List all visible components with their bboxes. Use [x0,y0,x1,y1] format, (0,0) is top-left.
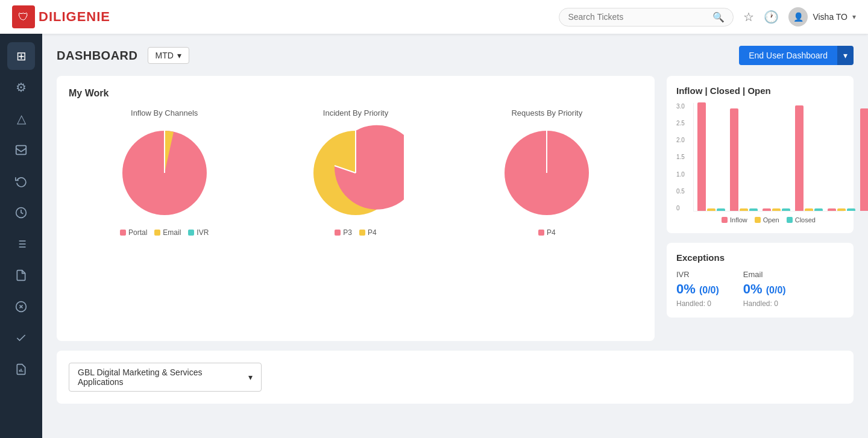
main-content: DASHBOARD MTD ▾ End User Dashboard ▾ My … [42,34,868,438]
incident-by-priority-label: Incident By Priority [323,108,388,117]
search-box[interactable]: 🔍 [559,8,734,27]
requests-pie-chart [498,125,595,221]
star-icon[interactable]: ☆ [743,10,754,24]
exc-ivr-handled: Handled: 0 [676,299,719,308]
end-user-dashboard-button[interactable]: End User Dashboard ▾ [739,46,854,65]
end-user-btn-main[interactable]: End User Dashboard [739,46,837,65]
period-selector[interactable]: MTD ▾ [148,47,189,64]
sidebar-item-settings[interactable]: ⚙ [7,74,35,101]
right-panel: Inflow | Closed | Open 3.0 2.5 2.0 1.5 1… [667,76,854,341]
logo-shield-icon: 🛡 [18,11,29,23]
inflow-chart-title: Inflow | Closed | Open [676,86,844,96]
chevron-down-icon: ▾ [852,13,856,21]
inflow-by-channels-chart: Inflow By Channels Port [116,108,213,237]
my-work-title: My Work [69,88,643,99]
exc-ivr-pct: 0% (0/0) [676,281,719,297]
exc-email: Email 0% (0/0) Handled: 0 [743,270,786,308]
legend-p3: P3 [335,228,352,237]
my-work-card: My Work Inflow By Channels [57,76,655,341]
legend-p4-requests: P4 [538,228,556,237]
logo: 🛡 DILIGENIE [12,5,110,28]
bar-open-5 [837,208,846,211]
sidebar-item-clock[interactable] [7,199,35,227]
end-user-btn-arrow[interactable]: ▾ [837,46,854,65]
bar-group-5 [828,208,855,211]
bar-inflow-5 [828,208,836,211]
incident-priority-legend: P3 P4 [335,228,376,237]
exc-email-channel: Email [743,270,786,279]
bar-inflow-3 [763,208,771,211]
legend-p4-incident: P4 [359,228,377,237]
bar-closed-1 [717,208,725,211]
application-dropdown[interactable]: GBL Digital Marketing & Services Applica… [69,363,262,392]
sidebar-item-list[interactable] [7,230,35,258]
bar-closed-3 [782,208,790,211]
requests-priority-legend: P4 [538,228,556,237]
layout: ⊞ ⚙ △ DASHBOARD [0,34,868,438]
exceptions-row: IVR 0% (0/0) Handled: 0 Email 0% (0/0 [676,270,844,308]
incident-pie-chart [307,125,404,221]
y-label-25: 2.5 [676,120,685,127]
requests-by-priority-chart: Requests By Priority P4 [498,108,595,237]
bar-group-2 [730,108,758,211]
sidebar-item-alert[interactable]: △ [7,105,35,133]
bar-group-1 [697,102,725,211]
requests-by-priority-label: Requests By Priority [511,108,582,117]
legend-ivr: IVR [188,228,209,237]
y-label-10: 1.0 [676,171,685,178]
bar-chart-container: 3.0 2.5 2.0 1.5 1.0 0.5 0 [676,103,844,224]
bar-closed-5 [847,208,855,211]
exceptions-card: Exceptions IVR 0% (0/0) Handled: 0 Email [667,243,854,318]
bar-group-3 [763,208,790,211]
logo-box: 🛡 [12,5,35,28]
bar-legend-inflow: Inflow [722,216,747,224]
y-label-0: 0 [676,205,685,211]
bar-inflow-6 [860,108,868,211]
sidebar-item-grid[interactable]: ⊞ [7,42,35,70]
cards-row: My Work Inflow By Channels [57,76,854,341]
sidebar-item-report[interactable] [7,355,35,383]
bar-open-3 [772,208,781,211]
bar-closed-2 [749,208,758,211]
user-info[interactable]: 👤 Visha TO ▾ [788,7,856,27]
sidebar-item-document[interactable] [7,261,35,289]
bar-chart [693,103,844,211]
topnav: 🛡 DILIGENIE 🔍 ☆ 🕐 👤 Visha TO ▾ [0,0,868,34]
bar-inflow-2 [730,108,738,211]
inflow-by-channels-label: Inflow By Channels [131,108,198,117]
exceptions-title: Exceptions [676,252,844,263]
bar-group-6 [860,108,868,211]
sidebar-item-check[interactable] [7,324,35,352]
bar-legend-closed: Closed [787,216,816,224]
y-label-30: 3.0 [676,103,685,110]
inflow-pie-chart [116,125,213,221]
charts-row: Inflow By Channels Port [69,108,643,237]
application-dropdown-chevron: ▾ [248,372,253,382]
search-input[interactable] [568,12,712,22]
legend-email: Email [154,228,181,237]
y-axis: 3.0 2.5 2.0 1.5 1.0 0.5 0 [676,103,685,211]
legend-portal: Portal [120,228,147,237]
inflow-closed-open-card: Inflow | Closed | Open 3.0 2.5 2.0 1.5 1… [667,76,854,233]
sidebar-item-cancel[interactable] [7,293,35,321]
bar-open-4 [805,208,813,211]
sidebar-item-inbox[interactable] [7,136,35,164]
page-header: DASHBOARD MTD ▾ End User Dashboard ▾ [57,46,854,65]
y-label-15: 1.5 [676,154,685,160]
nav-right: 🔍 ☆ 🕐 👤 Visha TO ▾ [559,7,856,27]
sidebar-item-refresh[interactable] [7,167,35,195]
search-icon[interactable]: 🔍 [712,11,725,23]
logo-text: DILIGENIE [39,9,110,25]
exc-email-handled: Handled: 0 [743,299,786,308]
period-chevron-icon: ▾ [177,51,181,60]
incident-by-priority-chart: Incident By Priority [307,108,404,237]
y-label-05: 0.5 [676,188,685,195]
y-label-20: 2.0 [676,137,685,143]
page-header-left: DASHBOARD MTD ▾ [57,47,189,64]
exc-ivr-channel: IVR [676,270,719,279]
history-icon[interactable]: 🕐 [764,10,779,24]
bottom-card: GBL Digital Marketing & Services Applica… [57,351,854,404]
bar-open-1 [707,208,715,211]
exc-email-pct: 0% (0/0) [743,281,786,297]
bar-closed-4 [814,208,823,211]
